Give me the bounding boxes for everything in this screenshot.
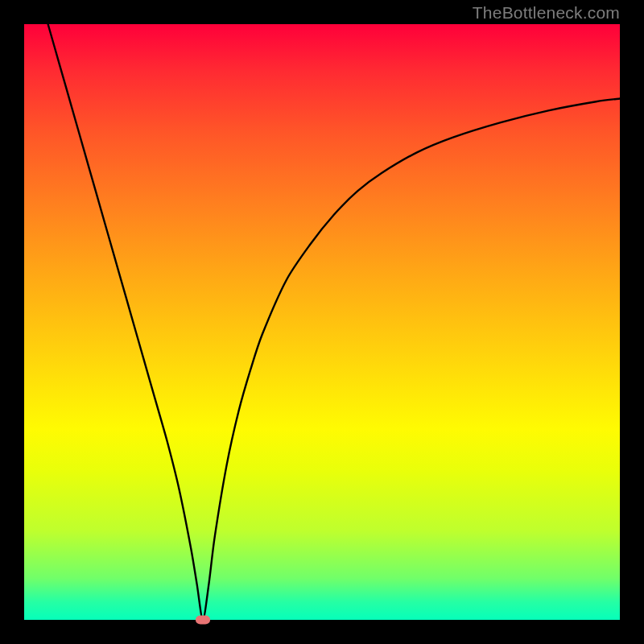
watermark-text: TheBottleneck.com — [473, 3, 620, 23]
curve-svg — [24, 24, 620, 620]
minimum-marker — [196, 616, 210, 625]
chart-frame: TheBottleneck.com — [0, 0, 644, 644]
bottleneck-curve — [48, 24, 620, 620]
plot-area — [24, 24, 620, 620]
